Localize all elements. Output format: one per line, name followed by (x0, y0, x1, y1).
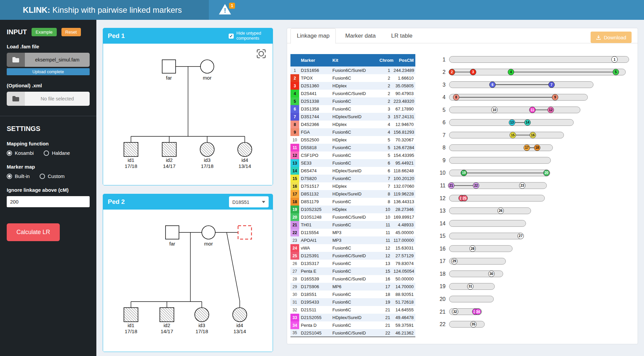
tab-marker-data[interactable]: Marker data (339, 28, 382, 43)
chromosome-label: 20 (440, 296, 446, 302)
chrom-cell: 5 (378, 144, 392, 151)
chromosome-row: 71516 (443, 132, 564, 138)
poscm-cell: 50.00000 (392, 275, 415, 283)
child-symbol (160, 308, 174, 322)
chromosome-label: 12 (440, 195, 446, 201)
marker-number-cell: 8 (290, 121, 299, 128)
marker-map-group: Built-in Custom (7, 174, 90, 179)
marker-table-row: 1D1S1656Fusion6C/SureID1244.23489 (290, 66, 415, 74)
marker-number: 26 (499, 209, 503, 213)
warning-notification[interactable]: ! 1 (218, 3, 236, 18)
radio-kosambi[interactable]: Kosambi (7, 150, 34, 156)
kit-cell: HDplex (331, 82, 378, 90)
child-genotype-label: 14/17 (163, 163, 176, 169)
radio-haldane[interactable]: Haldane (44, 150, 70, 156)
calculate-lr-button[interactable]: Calculate LR (7, 223, 60, 241)
hide-untyped-checkbox[interactable]: Hide untyped components (229, 31, 269, 41)
marker-number-cell: 34 (290, 321, 299, 329)
chrom-cell: 18 (378, 291, 392, 298)
kit-cell: HDplex (331, 121, 378, 128)
example-button[interactable]: Example (32, 28, 57, 36)
crosshair-icon[interactable] (256, 48, 267, 59)
marker-select[interactable]: D18S51 (229, 196, 269, 208)
ped2-title: Ped 2 (108, 198, 125, 206)
kit-cell: Fusion6C (331, 260, 378, 267)
marker-name-cell: D10S1248 (299, 213, 331, 221)
tab-linkage-map[interactable]: Linkage map (290, 28, 336, 44)
ped1-pedigree-drawing: farmorid117/18id214/17id317/18id413/14 (103, 44, 273, 185)
marker-name-cell: vWA (299, 244, 331, 252)
marker-number-cell: 5 (290, 97, 299, 105)
marker-number-cell: 4 (290, 90, 299, 97)
marker-table-row: 34Penta DFusion6C2159.37591 (290, 321, 415, 329)
father-label: far (169, 241, 175, 247)
chromosome-row: 1729 (440, 258, 506, 264)
child-genotype-label: 17/18 (125, 163, 137, 169)
chrom-cell: 21 (378, 321, 392, 329)
marker-table-row: 10D5S2500HDplex570.32067 (290, 136, 415, 144)
fam-file-input[interactable]: eksempel_simul.fam (7, 53, 90, 67)
ped1-title: Ped 1 (108, 32, 125, 40)
marker-number-cell: 22 (290, 229, 299, 236)
chromosome-row: 1931 (440, 283, 495, 290)
chromosome-row: 367 (443, 82, 593, 88)
kit-cell: Fusion6C (331, 128, 378, 136)
poscm-cell: 79.83074 (392, 260, 415, 267)
app-header: KLINK: Kinship with pairwise linked mark… (0, 0, 644, 20)
kit-cell: MP3 (331, 229, 378, 236)
kit-cell: Fusion6C (331, 221, 378, 229)
marker-number-cell: 11 (290, 144, 299, 151)
poscm-cell: 14.70000 (392, 283, 415, 291)
marker-name-cell: D6S474 (299, 167, 331, 175)
tab-lr-table[interactable]: LR table (385, 28, 418, 43)
marker-name-cell: D18S51 (299, 291, 331, 298)
radio-built-in[interactable]: Built-in (7, 174, 30, 179)
marker-table-row: 28D16S539Fusion6C/SureID1650.00000 (290, 275, 415, 283)
upload-progress: Upload complete (7, 68, 90, 75)
checkbox-checked-icon (229, 34, 234, 39)
chevron-down-icon (262, 201, 265, 203)
app-title-subtitle: Kinship with pairwise linked markers (50, 5, 182, 14)
kit-cell: Fusion6C/SureID (331, 213, 378, 221)
marker-name-cell: D12S391 (299, 252, 331, 260)
marker-table-row: 13SE33Fusion6C695.44921 (290, 159, 415, 167)
mother-label: mor (203, 75, 212, 81)
marker-number-cell: 23 (290, 236, 299, 244)
marker-number: 23 (520, 184, 524, 187)
kit-cell: Fusion6C/SureID (331, 66, 378, 74)
poscm-cell: 136.44313 (392, 198, 415, 206)
chrom-cell: 3 (378, 113, 392, 121)
chrom-cell: 6 (378, 167, 392, 175)
reset-button[interactable]: Reset (61, 28, 81, 36)
marker-number-cell: 18 (290, 198, 299, 206)
mother-symbol (200, 60, 214, 73)
marker-table-row: 9FGAFusion6C4156.81293 (290, 128, 415, 136)
chromosome-row: 122425 (440, 195, 545, 202)
chromosome-row: 81718 (443, 144, 553, 151)
chrom-cell: 11 (378, 229, 392, 236)
ped1-panel: Ped 1 Hide untyped components farmorid11… (103, 28, 273, 185)
kit-cell: Fusion6C (331, 175, 378, 182)
mother-label: mor (204, 241, 213, 247)
chrom-cell: 13 (378, 260, 392, 267)
chrom-cell: 10 (378, 213, 392, 221)
kit-cell: Fusion6C (331, 144, 378, 151)
marker-number: 27 (519, 234, 523, 238)
ignore-linkage-input[interactable] (7, 196, 90, 207)
poscm-cell: 88.92051 (392, 291, 415, 298)
poscm-cell: 156.81293 (392, 128, 415, 136)
child-id-label: id4 (236, 322, 243, 328)
child-symbol (124, 142, 138, 157)
kit-cell: Fusion6C (331, 97, 378, 105)
marker-number: 34 (476, 310, 480, 314)
chromosome-bar (449, 56, 629, 63)
radio-custom[interactable]: Custom (40, 174, 64, 179)
marker-number-cell: 30 (290, 291, 299, 298)
marker-number: 3 (472, 70, 474, 74)
chrom-cell: 6 (378, 159, 392, 167)
xml-file-input[interactable]: No file selected (7, 92, 90, 106)
marker-number: 19 (462, 171, 466, 175)
download-button[interactable]: Download (591, 32, 632, 43)
marker-number: 6 (492, 83, 494, 87)
chromosome-label: 11 (440, 183, 446, 188)
